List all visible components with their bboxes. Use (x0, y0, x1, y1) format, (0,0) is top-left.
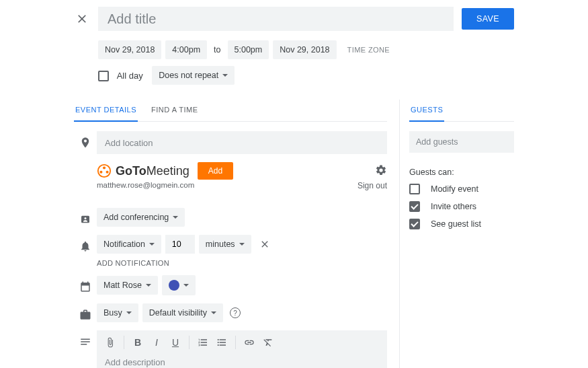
invite-others-label: Invite others (431, 202, 476, 211)
link-icon[interactable] (241, 334, 257, 351)
start-time[interactable]: 4:00pm (165, 40, 207, 59)
add-notification-button[interactable]: ADD NOTIFICATION (97, 259, 387, 267)
conferencing-dropdown[interactable]: Add conferencing (97, 208, 185, 227)
end-date[interactable]: Nov 29, 2018 (273, 40, 336, 59)
underline-icon[interactable]: U (167, 334, 183, 351)
bullet-list-icon[interactable] (214, 334, 230, 351)
chevron-down-icon (126, 311, 132, 314)
see-guest-list-checkbox[interactable] (409, 219, 420, 229)
calendar-owner-dropdown[interactable]: Matt Rose (97, 276, 158, 295)
notification-value-input[interactable] (165, 235, 195, 254)
svg-point-5 (85, 217, 87, 219)
to-label: to (211, 45, 223, 54)
clear-formatting-icon[interactable] (260, 334, 276, 351)
event-title-input[interactable] (98, 7, 454, 31)
chevron-down-icon (146, 284, 151, 287)
notification-icon (74, 235, 97, 252)
visibility-dropdown[interactable]: Default visibility (142, 303, 223, 322)
italic-icon[interactable]: I (149, 334, 165, 351)
invite-others-checkbox[interactable] (409, 201, 420, 212)
chevron-down-icon (211, 311, 216, 314)
allday-checkbox[interactable] (98, 71, 109, 81)
svg-point-1 (103, 166, 106, 169)
help-icon[interactable]: ? (230, 307, 241, 318)
close-icon[interactable] (74, 11, 90, 27)
modify-event-checkbox[interactable] (409, 184, 420, 194)
save-button[interactable]: SAVE (462, 8, 514, 30)
description-icon (74, 330, 97, 348)
end-time[interactable]: 5:00pm (228, 40, 269, 59)
start-date[interactable]: Nov 29, 2018 (98, 40, 161, 59)
location-input[interactable] (97, 131, 387, 154)
calendar-color-swatch (169, 280, 179, 291)
bold-icon[interactable]: B (130, 334, 146, 351)
svg-point-3 (106, 171, 109, 174)
remove-notification-icon[interactable] (259, 239, 270, 250)
chevron-down-icon (183, 284, 189, 287)
tab-event-details[interactable]: EVENT DETAILS (74, 100, 138, 122)
chevron-down-icon (149, 243, 155, 246)
chevron-down-icon (222, 74, 228, 77)
gtm-signout-link[interactable]: Sign out (358, 181, 387, 190)
svg-point-2 (99, 171, 102, 174)
allday-label: All day (117, 71, 143, 81)
availability-dropdown[interactable]: Busy (97, 303, 138, 322)
briefcase-icon (74, 303, 97, 321)
tab-find-a-time[interactable]: FIND A TIME (150, 100, 199, 122)
chevron-down-icon (239, 243, 245, 246)
guests-can-label: Guests can: (409, 168, 514, 177)
add-guests-input[interactable] (409, 131, 514, 153)
see-guest-list-label: See guest list (431, 219, 481, 229)
location-icon (74, 131, 97, 149)
calendar-icon (74, 275, 97, 293)
attachment-icon[interactable] (102, 334, 118, 351)
gtm-add-button[interactable]: Add (198, 162, 233, 180)
calendar-color-dropdown[interactable] (162, 275, 196, 295)
notification-type-dropdown[interactable]: Notification (97, 235, 161, 254)
modify-event-label: Modify event (431, 184, 478, 194)
gtm-account-email: matthew.rose@logmein.com (97, 181, 194, 190)
chevron-down-icon (173, 216, 178, 219)
gotomeeting-logo: GoToMeeting (97, 163, 190, 178)
gear-icon[interactable] (375, 164, 387, 178)
notification-unit-dropdown[interactable]: minutes (199, 235, 251, 254)
description-textarea[interactable]: Add description (97, 355, 387, 368)
tab-guests[interactable]: GUESTS (409, 100, 444, 122)
repeat-dropdown[interactable]: Does not repeat (152, 66, 235, 85)
conferencing-icon (74, 208, 97, 225)
timezone-link[interactable]: TIME ZONE (347, 46, 390, 54)
numbered-list-icon[interactable] (195, 334, 211, 351)
